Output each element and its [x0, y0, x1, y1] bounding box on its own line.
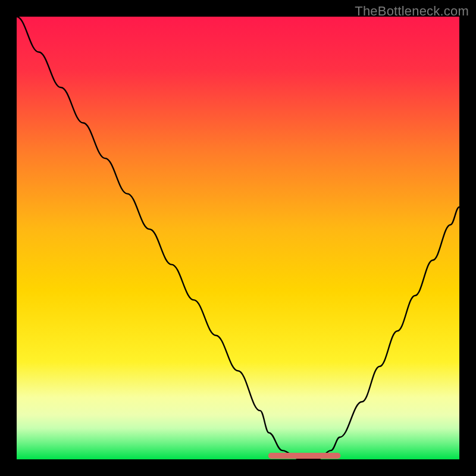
bottleneck-curve	[17, 17, 459, 459]
plot-area	[17, 17, 459, 459]
bottleneck-curve-path	[17, 17, 459, 459]
watermark-text: TheBottleneck.com	[355, 4, 469, 19]
chart-frame: TheBottleneck.com	[0, 0, 476, 476]
chart-svg	[17, 17, 459, 459]
